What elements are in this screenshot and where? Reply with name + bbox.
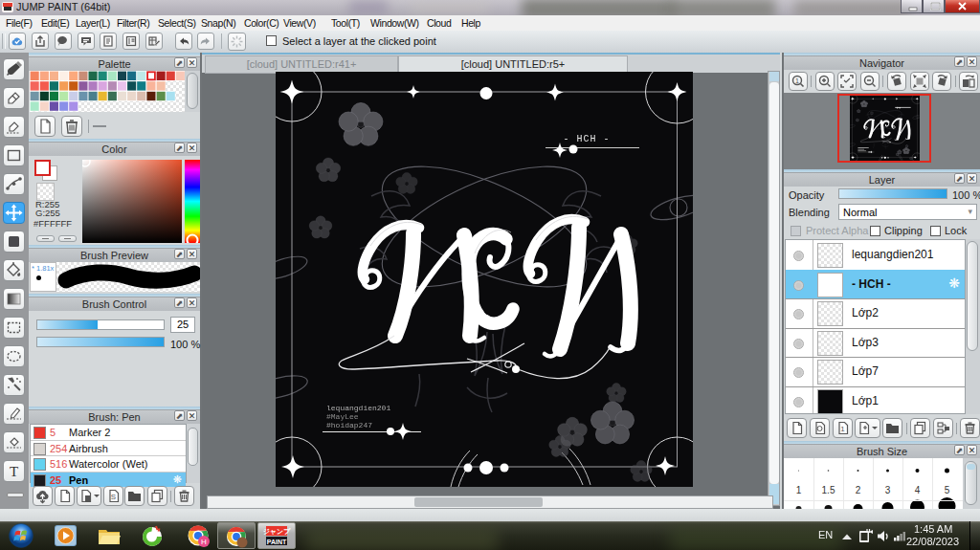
svg-text:T: T: [10, 464, 18, 479]
svg-text:2: 2: [856, 485, 861, 495]
svg-text:S: S: [111, 493, 116, 501]
svg-text:4: 4: [915, 485, 921, 495]
svg-text:PAINT: PAINT: [267, 539, 287, 545]
svg-text:1.5: 1.5: [822, 485, 835, 495]
svg-text:1: 1: [840, 425, 845, 433]
svg-text:3: 3: [885, 485, 891, 495]
svg-text:1: 1: [796, 485, 802, 495]
svg-text:5: 5: [945, 485, 950, 495]
svg-text:ジャンプ: ジャンプ: [263, 527, 291, 535]
svg-text:H: H: [201, 538, 207, 546]
svg-text:1: 1: [795, 77, 799, 84]
